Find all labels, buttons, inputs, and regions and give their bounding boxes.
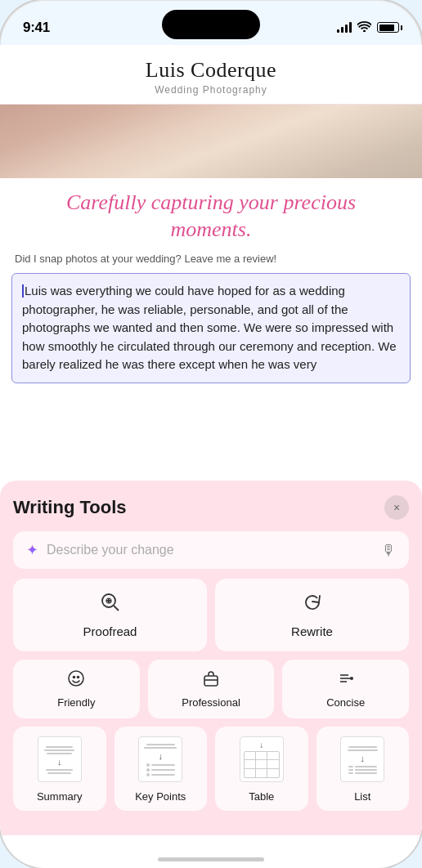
wifi-icon [357,21,371,34]
concise-icon [337,669,355,691]
friendly-label: Friendly [57,696,95,709]
list-doc-preview: ↓ [340,736,384,782]
dynamic-island [162,10,260,39]
rewrite-icon [302,592,323,618]
svg-point-5 [69,671,83,686]
close-button[interactable]: × [384,495,409,520]
svg-rect-8 [204,676,218,686]
proofread-icon [100,592,121,618]
svg-point-6 [74,677,75,678]
professional-icon [202,669,220,691]
table-button[interactable]: ↓ Table [215,727,308,811]
site-subtitle: Wedding Photography [16,84,406,96]
svg-point-7 [78,677,79,678]
photo-banner [0,105,422,178]
professional-button[interactable]: Professional [148,660,275,718]
concise-label: Concise [326,696,365,709]
status-icons [337,21,399,34]
svg-point-13 [350,677,353,680]
list-label: List [354,790,370,803]
key-points-label: Key Points [135,790,186,803]
tagline-text: Carefully capturing your precious moment… [25,190,397,243]
svg-line-1 [114,606,119,611]
list-button[interactable]: ↓ List [316,727,410,811]
summary-label: Summary [37,790,83,803]
review-text-box[interactable]: Luis was everything we could have hoped … [11,273,411,383]
page-content: Luis Coderque Wedding Photography Carefu… [0,45,422,868]
professional-label: Professional [182,696,240,709]
rewrite-label: Rewrite [291,624,333,638]
writing-tools-title: Writing Tools [13,497,127,518]
friendly-button[interactable]: Friendly [13,660,140,718]
proofread-label: Proofread [83,624,137,638]
proofread-button[interactable]: Proofread [13,579,207,651]
table-doc-preview: ↓ [240,736,284,782]
writing-tools-panel: Writing Tools × ✦ Describe your change 🎙 [0,481,422,835]
text-cursor [22,284,24,298]
ai-sparkle-icon: ✦ [26,541,38,559]
summary-doc-preview: ↓ [38,736,82,782]
review-prompt-text: Did I snap photos at your wedding? Leave… [15,253,276,265]
tools-row-1: Proofread Rewrite [13,579,409,651]
battery-icon [377,22,399,33]
site-title: Luis Coderque [16,58,406,83]
signal-icon [337,22,352,33]
describe-input-container[interactable]: ✦ Describe your change 🎙 [13,531,409,569]
tagline: Carefully capturing your precious moment… [0,178,422,249]
writing-tools-header: Writing Tools × [13,495,409,520]
review-prompt: Did I snap photos at your wedding? Leave… [0,249,422,273]
tools-row-3: ↓ Summary ↓ Key [13,727,409,811]
summary-button[interactable]: ↓ Summary [13,727,106,811]
site-header: Luis Coderque Wedding Photography [0,45,422,105]
key-points-doc-preview: ↓ [138,736,182,782]
home-indicator [158,857,264,861]
key-points-button[interactable]: ↓ Key Points [114,727,208,811]
concise-button[interactable]: Concise [282,660,409,718]
table-label: Table [249,790,274,803]
friendly-icon [67,669,85,691]
microphone-icon[interactable]: 🎙 [381,542,396,559]
review-text: Luis was everything we could have hoped … [22,284,396,371]
phone-frame: 9:41 Luis [0,0,422,868]
tools-row-2: Friendly Professional [13,660,409,718]
close-icon: × [393,501,400,514]
status-time: 9:41 [23,20,50,36]
describe-placeholder: Describe your change [47,543,373,557]
rewrite-button[interactable]: Rewrite [215,579,409,651]
